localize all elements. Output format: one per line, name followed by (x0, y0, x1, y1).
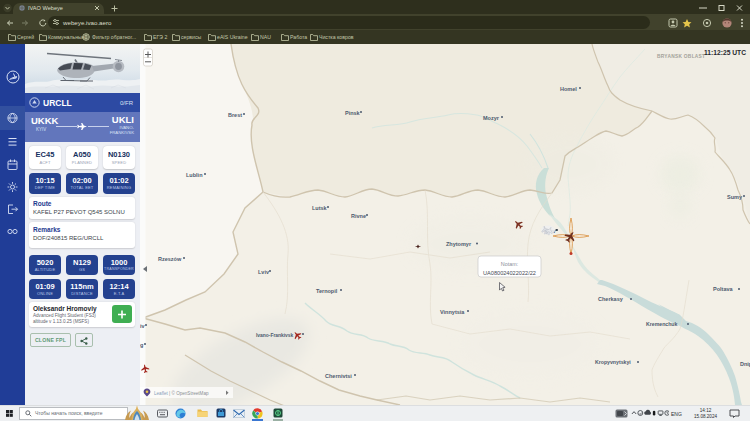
svg-text:UA080024022022/22: UA080024022022/22 (483, 270, 536, 276)
svg-text:BRYANSK OBLAST: BRYANSK OBLAST (657, 54, 705, 59)
svg-text:Dnipro: Dnipro (740, 361, 750, 367)
svg-text:Mozyr: Mozyr (483, 115, 500, 121)
svg-text:Коммунальные: Коммунальные (48, 34, 85, 40)
svg-text:| © OpenStreetMap: | © OpenStreetMap (169, 390, 209, 396)
svg-text:Leaflet: Leaflet (154, 391, 169, 396)
svg-text:NAU: NAU (260, 34, 271, 40)
svg-text:Kremenchuk: Kremenchuk (646, 321, 678, 327)
svg-text:Фильтр обратног...: Фильтр обратног... (92, 34, 136, 40)
svg-text:Rzeszów: Rzeszów (158, 256, 182, 262)
svg-text:Notam:: Notam: (501, 261, 518, 267)
svg-text:Homel: Homel (560, 86, 577, 92)
svg-text:сервисы: сервисы (181, 34, 202, 40)
svg-text:Vinnytsia: Vinnytsia (440, 309, 465, 315)
svg-text:Brest: Brest (228, 112, 242, 118)
svg-text:Чистка ковров: Чистка ковров (319, 34, 354, 40)
svg-text:Sumy: Sumy (727, 194, 743, 200)
svg-text:Lviv: Lviv (258, 269, 270, 275)
svg-text:Zhytomyr: Zhytomyr (446, 241, 472, 247)
svg-text:Lublin: Lublin (186, 172, 203, 178)
svg-text:ЕГЭ 2: ЕГЭ 2 (153, 34, 167, 40)
svg-text:Lutsk: Lutsk (312, 205, 328, 211)
svg-text:eAIS Ukraine: eAIS Ukraine (217, 34, 248, 40)
svg-text:Pinsk: Pinsk (345, 110, 361, 116)
svg-text:11:12:25 UTC: 11:12:25 UTC (704, 49, 746, 56)
svg-text:Ivano-Frankivsk: Ivano-Frankivsk (256, 333, 294, 338)
svg-text:Cherkasy: Cherkasy (598, 296, 624, 302)
svg-text:g: g (140, 342, 143, 348)
svg-text:Сергей: Сергей (17, 34, 34, 40)
svg-text:Ternopil: Ternopil (316, 288, 338, 294)
svg-text:Chernivtsi: Chernivtsi (325, 373, 352, 379)
svg-text:Rivne: Rivne (351, 213, 366, 219)
svg-text:Работа: Работа (290, 34, 307, 40)
svg-text:Kropyvnytskyi: Kropyvnytskyi (595, 359, 631, 365)
svg-text:Poltava: Poltava (713, 286, 734, 292)
